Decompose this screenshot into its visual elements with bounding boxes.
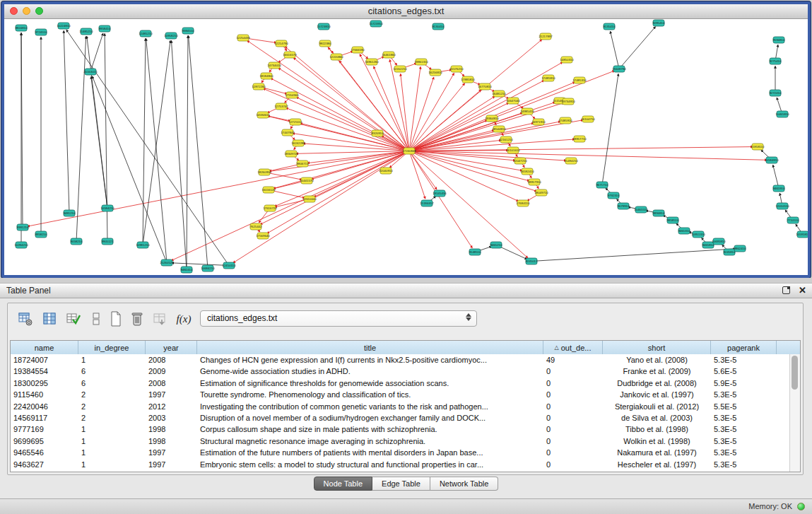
table-row[interactable]: 946362711997Embryonic stem cells: a mode…: [11, 459, 789, 470]
graph-node-label: 10584210: [100, 206, 114, 210]
column-header-pagerank[interactable]: pagerank: [711, 341, 777, 354]
graph-node-label: 10647040: [506, 99, 520, 103]
table-row[interactable]: 2242004622012Investigating the contribut…: [11, 401, 789, 412]
table-cell: 5.3E-5: [711, 412, 777, 424]
table-columns-icon[interactable]: [40, 310, 59, 328]
column-header-name[interactable]: name: [11, 341, 78, 354]
network-select[interactable]: citations_edges.txt: [200, 310, 477, 327]
float-panel-icon[interactable]: [782, 286, 790, 294]
table-cell: Franke et al. (2009): [603, 366, 711, 377]
close-panel-icon[interactable]: ✕: [799, 286, 806, 295]
table-row[interactable]: 1830029562008Estimation of significance …: [11, 378, 789, 389]
graph-node-label: 22047210: [513, 159, 527, 163]
graph-node-label: 10224810: [57, 24, 71, 28]
column-header-in-degree[interactable]: in_degree: [78, 341, 146, 354]
table-body: 1872400712008Changes of HCN gene express…: [11, 354, 789, 472]
table-cell: Changes of HCN gene expression and I(f) …: [197, 354, 543, 366]
table-cell: Corpus callosum shape and size in male p…: [197, 424, 543, 435]
graph-node-label: 9894810: [653, 211, 665, 215]
table-cell: Dudbridge et al. (2008): [603, 378, 711, 389]
tab-edge-table[interactable]: Edge Table: [372, 477, 430, 491]
panel-divider[interactable]: [0, 278, 812, 283]
tab-node-table[interactable]: Node Table: [314, 477, 372, 491]
table-cell: 6: [78, 378, 146, 389]
graph-edge: [611, 31, 619, 69]
table-cell: 1997: [146, 447, 197, 458]
graph-node-label: 16242288: [291, 141, 305, 145]
column-header-title[interactable]: title: [197, 341, 543, 354]
network-canvas[interactable]: 1724084812254439122147901661657914734010…: [4, 19, 808, 275]
column-header-year[interactable]: year: [146, 341, 197, 354]
graph-node-label: 15723810: [317, 25, 331, 28]
graph-node-label: 10684210: [201, 267, 215, 270]
graph-node-label: 15576210: [449, 67, 464, 71]
scrollbar-thumb[interactable]: [792, 356, 798, 390]
graph-node-label: 10595810: [796, 233, 808, 236]
graph-edge: [189, 35, 208, 268]
table-row[interactable]: 1456911722003Disruption of a novel membe…: [11, 412, 789, 424]
graph-edge: [531, 249, 735, 262]
graph-node-label: 22040910: [379, 169, 393, 173]
graph-edge: [773, 165, 779, 188]
table-row[interactable]: 1938455462009Genome-wide association stu…: [11, 366, 789, 377]
table-cell: 1997: [146, 459, 197, 470]
table-cell: 9777169: [11, 424, 78, 435]
window-titlebar[interactable]: citations_edges.txt: [4, 4, 808, 19]
graph-node-label: 7710510: [787, 218, 799, 222]
graph-node-label: 12161210: [499, 138, 513, 141]
graph-node-label: 17885810: [461, 78, 475, 81]
graph-node-label: 14850310: [560, 58, 574, 62]
graph-node-label: 10951310: [691, 233, 705, 236]
table-cell: Yano et al. (2008): [603, 354, 711, 366]
graph-node-label: 10465810: [775, 112, 789, 116]
column-header-short[interactable]: short: [603, 341, 711, 354]
graph-edge: [171, 40, 187, 269]
graph-edge: [401, 74, 409, 151]
delete-icon[interactable]: [128, 310, 146, 328]
table-row[interactable]: 911546021997Tourette syndrome. Phenomeno…: [11, 389, 789, 400]
graph-node-label: 9594810: [773, 38, 785, 42]
column-header-out-de[interactable]: △out_de...: [543, 341, 603, 354]
graph-edge: [143, 40, 170, 245]
graph-node-label: 16961260: [365, 60, 379, 64]
table-cell: 1998: [146, 436, 197, 447]
graph-edge: [93, 76, 167, 263]
table-check-icon[interactable]: [64, 310, 83, 328]
table-cell: 1: [78, 447, 146, 458]
graph-node-label: 15958110: [751, 145, 765, 148]
graph-node-label: 16770810: [478, 85, 492, 88]
table-row[interactable]: 977716911998Corpus callosum shape and si…: [11, 424, 789, 435]
graph-node-label: 12725112: [289, 120, 302, 124]
graph-node-label: 17485910: [558, 119, 572, 122]
graph-edge: [91, 76, 107, 208]
table-cell: 0: [543, 401, 603, 412]
graph-node-label: 25260520: [160, 261, 174, 264]
table-cell: 18724007: [11, 354, 78, 366]
table-row[interactable]: 1872400712008Changes of HCN gene express…: [11, 354, 789, 366]
function-icon[interactable]: f(x): [175, 310, 193, 328]
rows-icon[interactable]: [87, 310, 105, 328]
graph-node-label: 9905121: [102, 240, 114, 243]
graph-edge: [409, 151, 566, 161]
graph-node-label: 17666590: [351, 48, 365, 52]
table-panel-content: f(x) citations_edges.txt namein_degreeye…: [7, 303, 804, 475]
import-table-icon[interactable]: [151, 310, 169, 328]
table-cell: 2: [78, 412, 146, 424]
graph-node-label: 19734910: [561, 100, 575, 103]
graph-node-label: 10958210: [164, 34, 178, 37]
table-cell: 5.6E-5: [711, 366, 777, 377]
table-settings-icon[interactable]: [16, 310, 35, 328]
graph-node-label: 16592410: [520, 170, 534, 173]
vertical-scrollbar[interactable]: [789, 354, 800, 472]
tab-network-table[interactable]: Network Table: [430, 477, 499, 491]
table-cell: 2012: [146, 401, 197, 412]
table-cell: Estimation of significance thresholds fo…: [197, 378, 543, 389]
table-cell: 2008: [146, 354, 197, 366]
table-cell: Stergiakouli et al. (2012): [603, 401, 711, 412]
table-row[interactable]: 969969511998Structural magnetic resonanc…: [11, 436, 789, 447]
new-document-icon[interactable]: [107, 310, 125, 328]
table-row[interactable]: 946554611997Estimation of the future num…: [11, 447, 789, 458]
graph-node-label: 18957710: [572, 137, 587, 141]
graph-edge: [267, 151, 409, 233]
graph-node-label: 10695810: [712, 240, 726, 243]
